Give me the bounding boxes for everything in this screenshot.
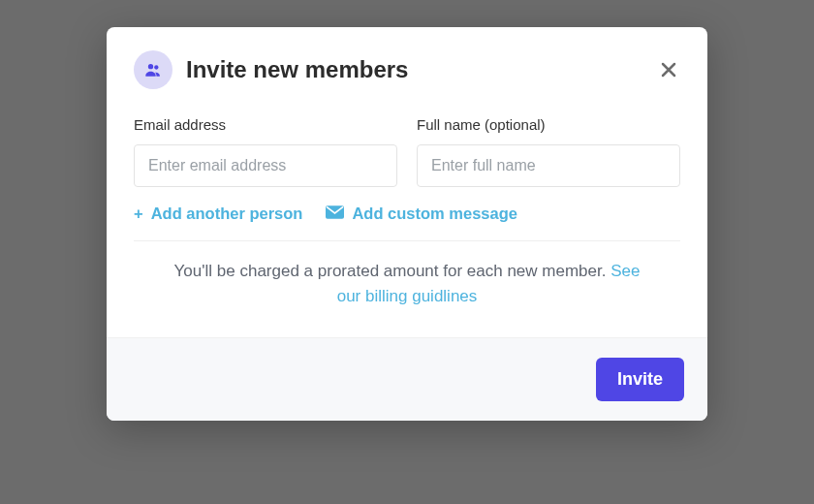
billing-notice: You'll be charged a prorated amount for … — [134, 241, 680, 337]
add-person-label: Add another person — [151, 205, 303, 223]
secondary-actions: + Add another person Add custom message — [134, 205, 680, 223]
modal-header: Invite new members — [134, 50, 680, 89]
add-message-label: Add custom message — [352, 205, 517, 223]
add-message-button[interactable]: Add custom message — [326, 205, 517, 223]
invite-button[interactable]: Invite — [596, 358, 684, 401]
email-field-group: Email address — [134, 116, 397, 187]
email-label: Email address — [134, 116, 397, 133]
svg-point-0 — [148, 64, 153, 69]
envelope-icon — [326, 205, 344, 223]
plus-icon: + — [134, 205, 143, 223]
svg-point-1 — [154, 65, 158, 69]
email-input[interactable] — [134, 144, 397, 187]
modal-title: Invite new members — [186, 56, 657, 83]
modal-body: Invite new members Email address Full na… — [107, 27, 707, 337]
name-input[interactable] — [417, 144, 680, 187]
invite-modal: Invite new members Email address Full na… — [107, 27, 707, 421]
close-icon[interactable] — [657, 58, 680, 81]
people-icon — [134, 50, 172, 89]
add-person-button[interactable]: + Add another person — [134, 205, 302, 223]
form-row: Email address Full name (optional) — [134, 116, 680, 187]
name-label: Full name (optional) — [417, 116, 680, 133]
name-field-group: Full name (optional) — [417, 116, 680, 187]
billing-notice-text: You'll be charged a prorated amount for … — [174, 262, 611, 280]
modal-footer: Invite — [107, 337, 707, 421]
